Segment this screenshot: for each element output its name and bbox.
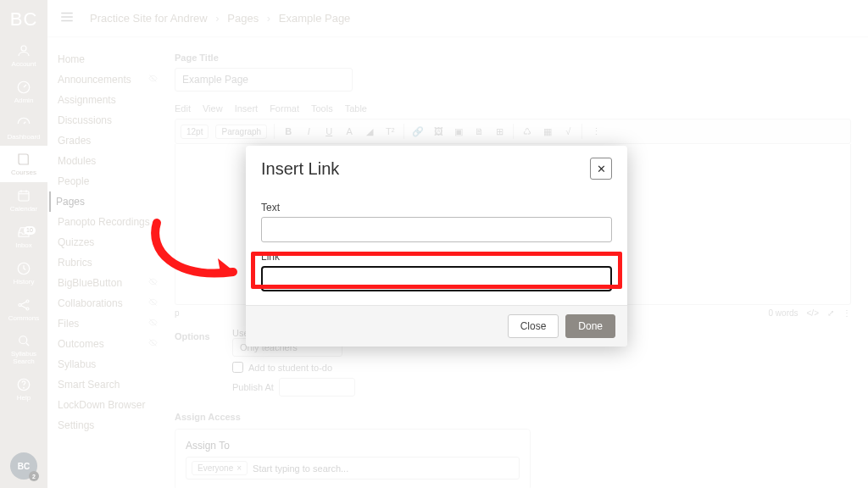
annotation-focus-box xyxy=(251,252,622,289)
modal-title: Insert Link xyxy=(261,159,339,179)
text-input[interactable] xyxy=(261,217,612,242)
close-button[interactable]: Close xyxy=(508,314,559,338)
modal-close-button[interactable]: ✕ xyxy=(590,158,612,180)
text-field-label: Text xyxy=(261,202,612,214)
insert-link-modal: Insert Link ✕ Text Link Close Done xyxy=(246,146,627,347)
done-button[interactable]: Done xyxy=(565,314,615,338)
